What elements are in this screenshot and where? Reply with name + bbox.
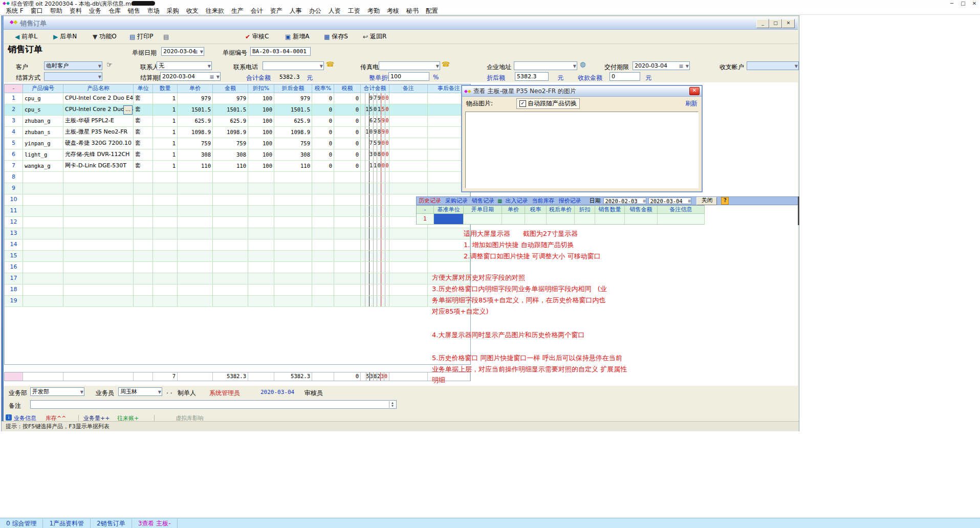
table-cell[interactable]: 30800 — [361, 149, 389, 160]
table-cell[interactable] — [178, 296, 213, 306]
refresh-link[interactable]: 刷新 — [685, 99, 698, 108]
table-cell[interactable] — [389, 138, 428, 149]
table-cell[interactable] — [213, 262, 248, 273]
table-cell[interactable] — [389, 93, 428, 104]
table-cell[interactable] — [213, 239, 248, 250]
table-cell[interactable] — [389, 251, 428, 261]
history-tab[interactable]: 出入记录 — [503, 197, 530, 205]
history-column-header[interactable]: 税后单价 — [547, 205, 575, 214]
table-cell[interactable] — [248, 228, 274, 239]
table-cell[interactable] — [63, 183, 134, 194]
table-cell[interactable]: 625.9 — [178, 116, 213, 126]
table-cell[interactable] — [134, 239, 153, 250]
doc-restore-button[interactable]: □ — [769, 19, 782, 28]
table-cell[interactable]: 100 — [248, 127, 274, 138]
table-cell[interactable]: 979 — [178, 93, 213, 104]
history-tab[interactable]: 当前库存 — [530, 197, 556, 205]
history-column-header[interactable]: 备注信息 — [658, 205, 705, 214]
table-cell[interactable]: 1501.5 — [178, 104, 213, 115]
table-cell[interactable]: 97900 — [361, 93, 389, 104]
table-cell[interactable] — [389, 104, 428, 115]
table-cell[interactable]: 1 — [153, 161, 178, 171]
table-cell[interactable] — [274, 228, 312, 239]
menu-item[interactable]: 采购 — [164, 7, 182, 15]
table-cell[interactable] — [23, 251, 63, 261]
history-date-to[interactable]: 2020-03-04▦ — [648, 197, 691, 204]
table-cell[interactable] — [178, 206, 213, 216]
table-cell[interactable]: 625.9 — [274, 116, 312, 126]
table-cell[interactable]: 308 — [274, 149, 312, 160]
history-tab[interactable]: 销售记录 — [470, 197, 496, 205]
table-cell[interactable] — [134, 194, 153, 205]
table-cell[interactable]: 979 — [274, 93, 312, 104]
table-cell[interactable]: 6 — [5, 149, 23, 160]
menu-item[interactable]: 配置 — [423, 7, 441, 15]
table-cell[interactable] — [178, 273, 213, 284]
table-cell[interactable] — [389, 296, 428, 306]
table-cell[interactable] — [178, 217, 213, 228]
table-cell[interactable]: 0 — [334, 149, 361, 160]
table-cell[interactable]: 308 — [178, 149, 213, 160]
column-header[interactable]: 单价 — [178, 84, 213, 93]
table-cell[interactable]: 100 — [248, 149, 274, 160]
column-header[interactable]: 金额 — [213, 84, 248, 93]
table-cell[interactable]: 主板-华硕 P5PL2-E — [63, 116, 134, 126]
table-cell[interactable] — [213, 251, 248, 261]
menu-item[interactable]: 办公 — [307, 7, 324, 15]
table-cell[interactable] — [178, 183, 213, 194]
table-cell[interactable] — [134, 296, 153, 306]
history-column-header[interactable]: 销售金额 — [625, 205, 658, 214]
table-cell[interactable]: 14 — [5, 239, 23, 250]
history-column-header[interactable]: 税率 — [525, 205, 547, 214]
table-cell[interactable]: 套 — [134, 104, 153, 115]
table-cell[interactable]: CPU-Intel Core 2 Duo E65… — [63, 104, 134, 115]
table-cell[interactable]: 1 — [153, 104, 178, 115]
menu-item[interactable]: 资产 — [268, 7, 285, 15]
table-cell[interactable] — [274, 262, 312, 273]
table-cell[interactable]: cpu_s — [23, 104, 63, 115]
column-header[interactable]: 折扣% — [248, 84, 274, 93]
table-cell[interactable]: 12 — [5, 217, 23, 228]
table-cell[interactable] — [213, 228, 248, 239]
table-cell[interactable]: 0 — [334, 161, 361, 171]
table-cell[interactable]: 0 — [334, 138, 361, 149]
table-cell[interactable] — [178, 172, 213, 183]
table-cell[interactable] — [63, 251, 134, 261]
table-cell[interactable]: 2 — [5, 104, 23, 115]
table-cell[interactable] — [248, 273, 274, 284]
table-cell[interactable]: 1 — [153, 138, 178, 149]
table-cell[interactable]: 110 — [178, 161, 213, 171]
column-header[interactable]: - — [5, 84, 23, 93]
doc-close-button[interactable]: ✕ — [782, 19, 795, 28]
history-cell[interactable] — [547, 214, 575, 225]
table-cell[interactable]: 主板-微星 P35 Neo2-FR — [63, 127, 134, 138]
table-cell[interactable] — [248, 217, 274, 228]
menu-item[interactable]: 人资 — [326, 7, 343, 15]
history-cell[interactable] — [434, 214, 464, 225]
column-header[interactable]: 折后金额 — [274, 84, 312, 93]
toolbar-button[interactable]: ▼功能O — [93, 32, 117, 41]
phone-icon[interactable]: ☎ — [326, 60, 334, 68]
image-viewer-close-button[interactable]: ✕ — [689, 87, 700, 95]
table-cell[interactable] — [63, 194, 134, 205]
table-row[interactable]: 2cpu_sCPU-Intel Core 2 Duo E65…套11501.51… — [5, 104, 470, 116]
history-grid-row[interactable]: 1 — [416, 214, 705, 225]
table-cell[interactable]: 13 — [5, 228, 23, 239]
table-cell[interactable]: 19 — [5, 296, 23, 306]
table-cell[interactable] — [63, 228, 134, 239]
table-cell[interactable] — [361, 284, 389, 295]
table-cell[interactable] — [63, 217, 134, 228]
table-cell[interactable] — [389, 127, 428, 138]
table-cell[interactable] — [389, 262, 428, 273]
table-cell[interactable] — [361, 217, 389, 228]
table-cell[interactable] — [153, 239, 178, 250]
table-cell[interactable] — [153, 284, 178, 295]
fax-combo[interactable]: ▼ — [379, 61, 440, 70]
table-cell[interactable] — [334, 239, 361, 250]
table-cell[interactable] — [153, 273, 178, 284]
table-cell[interactable]: 0 — [334, 127, 361, 138]
table-cell[interactable] — [312, 239, 334, 250]
table-cell[interactable]: 0 — [312, 116, 334, 126]
table-cell[interactable]: 10 — [5, 194, 23, 205]
table-cell[interactable]: 套 — [134, 149, 153, 160]
